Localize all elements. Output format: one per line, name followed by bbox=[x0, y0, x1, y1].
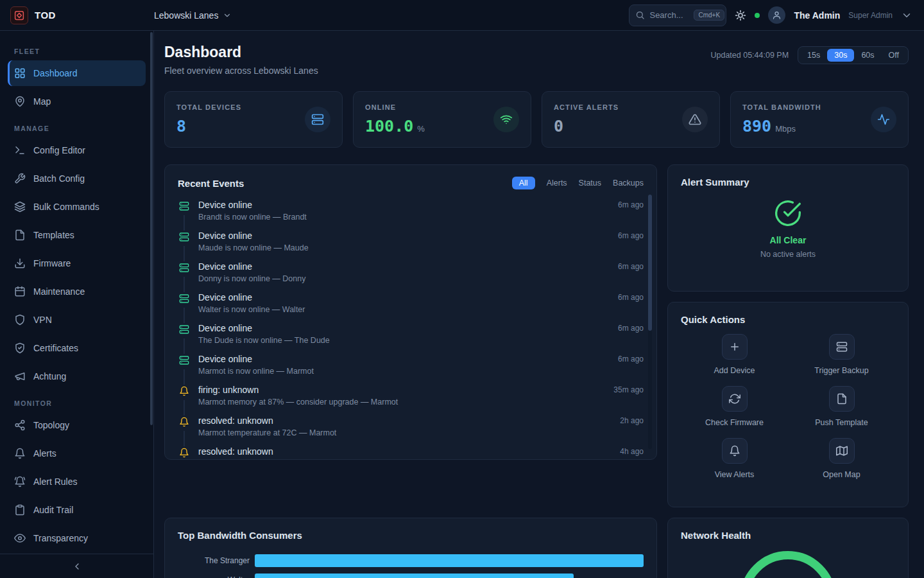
add-device-button[interactable]: Add Device bbox=[681, 334, 788, 375]
quick-action-label: Push Template bbox=[815, 418, 868, 427]
open-map-button[interactable]: Open Map bbox=[788, 438, 895, 479]
main-content: Dashboard Fleet overview across Lebowski… bbox=[154, 31, 924, 578]
sidebar-item-topology[interactable]: Topology bbox=[8, 412, 146, 438]
events-scrollbar[interactable] bbox=[648, 195, 652, 449]
sidebar-item-label: Alert Rules bbox=[33, 477, 77, 487]
sidebar-collapse-button[interactable] bbox=[0, 554, 153, 578]
refresh-option-15s[interactable]: 15s bbox=[800, 49, 827, 62]
user-menu-chevron-icon[interactable] bbox=[901, 10, 912, 21]
bandwidth-bar bbox=[255, 554, 644, 567]
events-scrollbar-thumb[interactable] bbox=[648, 195, 652, 331]
terminal-icon bbox=[14, 144, 26, 156]
activity-icon bbox=[871, 107, 896, 132]
event-detail: The Dude is now online — The Dude bbox=[198, 336, 330, 345]
sidebar-item-templates[interactable]: Templates bbox=[8, 222, 146, 248]
tab-status[interactable]: Status bbox=[579, 179, 601, 188]
sidebar-item-label: Config Editor bbox=[33, 145, 85, 155]
event-item: firing: unknownMarmot memory at 87% — co… bbox=[178, 385, 644, 416]
sidebar-item-label: Firmware bbox=[33, 258, 71, 268]
map-pin-icon bbox=[14, 96, 26, 107]
event-detail: Marmot is now online — Marmot bbox=[198, 367, 314, 376]
layers-icon bbox=[14, 201, 26, 213]
check-circle-icon bbox=[774, 199, 802, 227]
alert-status: All Clear bbox=[770, 235, 807, 245]
sidebar-item-dashboard[interactable]: Dashboard bbox=[8, 60, 146, 86]
sidebar-item-label: Audit Trail bbox=[33, 505, 73, 515]
tab-all[interactable]: All bbox=[512, 177, 535, 189]
push-template-button[interactable]: Push Template bbox=[788, 386, 895, 427]
sidebar-item-alert-rules[interactable]: Alert Rules bbox=[8, 469, 146, 495]
refresh-option-off[interactable]: Off bbox=[882, 49, 906, 62]
event-item: resolved: unknown 4h ago bbox=[178, 446, 644, 460]
event-item: Device onlineThe Dude is now online — Th… bbox=[178, 323, 644, 354]
wifi-icon bbox=[493, 107, 519, 132]
stat-active-alerts: ACTIVE ALERTS 0 bbox=[542, 91, 720, 148]
search-box[interactable]: Cmd+K bbox=[629, 4, 726, 26]
sidebar-item-alerts[interactable]: Alerts bbox=[8, 441, 146, 466]
app-name: TOD bbox=[35, 10, 56, 21]
sidebar-item-transparency[interactable]: Transparency bbox=[8, 525, 146, 551]
bandwidth-device-label: Walter bbox=[178, 575, 250, 578]
sidebar-item-audit-trail[interactable]: Audit Trail bbox=[8, 497, 146, 523]
quick-action-label: Trigger Backup bbox=[814, 366, 868, 375]
tab-alerts[interactable]: Alerts bbox=[547, 179, 567, 188]
stat-label: ONLINE bbox=[365, 103, 425, 111]
tab-backups[interactable]: Backups bbox=[613, 179, 644, 188]
stat-value: 890 bbox=[742, 117, 771, 136]
server-icon bbox=[305, 107, 330, 132]
card-title: Alert Summary bbox=[681, 177, 895, 188]
file-icon bbox=[14, 229, 26, 241]
stat-label: ACTIVE ALERTS bbox=[554, 103, 619, 111]
check-firmware-button[interactable]: Check Firmware bbox=[681, 386, 788, 427]
stat-cards: TOTAL DEVICES 8 ONLINE 100.0% ACTIVE ALE… bbox=[164, 91, 909, 148]
event-title: firing: unknown bbox=[198, 385, 398, 396]
clipboard-icon bbox=[14, 504, 26, 516]
alert-detail: No active alerts bbox=[760, 250, 816, 259]
brand: TOD bbox=[0, 6, 154, 24]
sidebar-item-label: Transparency bbox=[33, 533, 88, 543]
theme-toggle-button[interactable] bbox=[735, 10, 746, 21]
view-alerts-button[interactable]: View Alerts bbox=[681, 438, 788, 479]
grid-icon bbox=[14, 67, 26, 79]
event-title: Device online bbox=[198, 261, 305, 272]
sidebar-item-batch-config[interactable]: Batch Config bbox=[8, 166, 146, 191]
event-time: 6m ago bbox=[618, 323, 644, 354]
sidebar-item-label: Bulk Commands bbox=[33, 202, 99, 212]
event-item: Device onlineMarmot is now online — Marm… bbox=[178, 354, 644, 385]
event-time: 6m ago bbox=[618, 292, 644, 323]
sidebar-item-config-editor[interactable]: Config Editor bbox=[8, 137, 146, 163]
bandwidth-device-label: The Stranger bbox=[178, 556, 250, 565]
file-icon bbox=[829, 386, 855, 412]
sidebar-item-bulk-commands[interactable]: Bulk Commands bbox=[8, 194, 146, 220]
sidebar-item-firmware[interactable]: Firmware bbox=[8, 250, 146, 276]
sidebar-item-label: Achtung bbox=[33, 371, 66, 381]
sidebar-item-certificates[interactable]: Certificates bbox=[8, 335, 146, 361]
event-title: resolved: unknown bbox=[198, 446, 273, 457]
sidebar-item-maintenance[interactable]: Maintenance bbox=[8, 279, 146, 304]
search-input[interactable] bbox=[649, 10, 689, 20]
connection-status-dot bbox=[755, 13, 760, 18]
sidebar-nav: FLEET Dashboard Map MANAGE Config Editor… bbox=[0, 31, 153, 554]
refresh-option-30s[interactable]: 30s bbox=[827, 49, 854, 62]
sidebar-item-label: Map bbox=[33, 96, 51, 107]
sidebar-scrollbar[interactable] bbox=[150, 32, 153, 425]
server-icon bbox=[178, 231, 191, 246]
sidebar-item-vpn[interactable]: VPN bbox=[8, 307, 146, 333]
bandwidth-row: The Stranger bbox=[178, 551, 644, 570]
refresh-option-60s[interactable]: 60s bbox=[854, 49, 881, 62]
sidebar-item-achtung[interactable]: Achtung bbox=[8, 363, 146, 389]
quick-actions-card: Quick Actions Add Device Trigger Backup bbox=[667, 302, 909, 507]
trigger-backup-button[interactable]: Trigger Backup bbox=[788, 334, 895, 375]
sidebar-item-label: Topology bbox=[33, 420, 69, 430]
avatar[interactable] bbox=[768, 6, 785, 24]
stat-value: 0 bbox=[554, 117, 563, 136]
stat-total-bandwidth: TOTAL BANDWIDTH 890Mbps bbox=[730, 91, 909, 148]
sidebar-item-map[interactable]: Map bbox=[8, 89, 146, 114]
download-icon bbox=[14, 258, 26, 269]
card-title: Quick Actions bbox=[681, 314, 895, 325]
quick-actions-grid: Add Device Trigger Backup Check Firmware bbox=[681, 334, 895, 479]
org-switcher[interactable]: Lebowski Lanes bbox=[154, 10, 232, 21]
calendar-icon bbox=[14, 286, 26, 297]
events-list: Device onlineBrandt is now online — Bran… bbox=[178, 200, 644, 460]
event-item: Device onlineBrandt is now online — Bran… bbox=[178, 200, 644, 231]
